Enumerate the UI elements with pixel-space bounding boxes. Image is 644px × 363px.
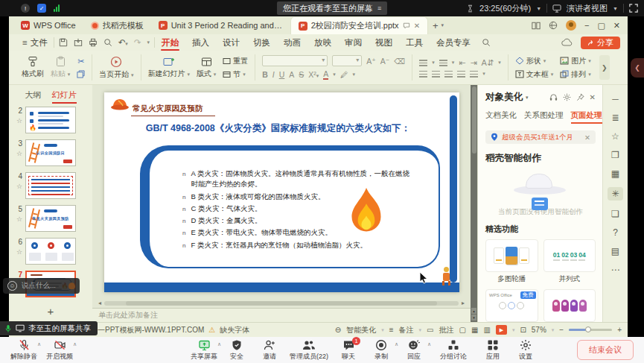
slide-heading[interactable]: GB/T 4968-2008《火灾分类》国家标准新规定的六类火灾如下：: [127, 122, 430, 135]
search-icon[interactable]: [482, 38, 491, 47]
emoji-icon[interactable]: ☺: [7, 281, 17, 291]
gift-activity-icon[interactable]: ▤: [611, 246, 619, 256]
headset-icon[interactable]: [549, 93, 558, 101]
zoom-slider[interactable]: [569, 329, 612, 331]
underline-button[interactable]: U: [279, 70, 285, 79]
scroll-left-icon[interactable]: ◂: [98, 300, 101, 306]
pane-title[interactable]: 对象美化: [485, 91, 523, 104]
smart-beautify-label[interactable]: 智能美化: [346, 325, 376, 335]
star-icon[interactable]: ☆: [16, 150, 22, 157]
normal-view-icon[interactable]: ▢: [459, 326, 466, 334]
meeting-info-icon[interactable]: !: [21, 4, 30, 13]
quickbar-more-icon[interactable]: ▾: [147, 40, 150, 45]
print-icon[interactable]: [89, 38, 98, 47]
end-meeting-button[interactable]: 结束会议: [577, 340, 634, 360]
increase-font-button[interactable]: A⁺: [366, 57, 376, 66]
chat-button[interactable]: 聊天 1: [332, 339, 365, 362]
slide-title[interactable]: 常见火灾原因及预防: [131, 104, 215, 116]
strikethrough-button[interactable]: S: [299, 70, 304, 79]
new-slide-button[interactable]: 新建幻灯片 ▾: [148, 57, 190, 79]
collapse-pane-icon[interactable]: ─: [612, 94, 619, 104]
reset-slide-button[interactable]: 重置: [223, 56, 248, 66]
invite-button[interactable]: 邀请: [253, 339, 286, 362]
ribbon-expand-button[interactable]: ❯: [599, 55, 610, 80]
ribbon-tab-view[interactable]: 视图: [369, 34, 399, 51]
star-icon[interactable]: ☆: [16, 117, 22, 124]
character-spacing-button[interactable]: A: [289, 70, 294, 79]
reading-view-icon[interactable]: ▥: [483, 326, 490, 334]
star-icon[interactable]: ☆: [16, 215, 22, 223]
superscript-button[interactable]: X²▾: [308, 70, 319, 79]
align-right-icon[interactable]: [444, 71, 453, 78]
cut-icon[interactable]: ✂: [77, 57, 84, 66]
security-button[interactable]: 安全: [220, 339, 253, 362]
ribbon-tab-transition[interactable]: 切换: [246, 34, 277, 51]
decrease-indent-icon[interactable]: ⇤: [459, 58, 465, 68]
tab-docer-templates[interactable]: 找稻壳模板: [83, 16, 151, 34]
current-slide[interactable]: 常见火灾原因及预防 GB/T 4968-2008《火灾分类》国家标准新规定的六类…: [104, 92, 459, 292]
numbered-list-icon[interactable]: [439, 60, 447, 66]
favorites-star-icon[interactable]: ☆: [611, 131, 619, 142]
beautify-tools-icon[interactable]: ✳: [608, 187, 622, 201]
pin-icon[interactable]: [576, 93, 584, 101]
comment-bubble-icon[interactable]: [403, 22, 410, 29]
tab-list-chevron-icon[interactable]: ▾: [441, 22, 444, 28]
increase-indent-icon[interactable]: ⇥: [470, 58, 476, 68]
expand-video-panel-handle[interactable]: ❮: [631, 58, 644, 78]
record-button[interactable]: 录制 ∧: [365, 339, 398, 362]
pane-tab-diagram[interactable]: 关系图处理: [524, 110, 564, 124]
font-color-button[interactable]: A: [323, 69, 328, 80]
decrease-font-button[interactable]: A⁻: [380, 57, 390, 66]
copy-icon[interactable]: [77, 70, 85, 78]
notes-toggle-label[interactable]: 备注: [399, 325, 414, 335]
undo-icon[interactable]: ↶▾: [118, 37, 128, 48]
reactions-button[interactable]: 回应 ∧: [398, 339, 430, 362]
ribbon-tab-animation[interactable]: 动画: [277, 34, 307, 51]
meeting-security-shield-icon[interactable]: ✓: [37, 4, 46, 13]
featured-card-parallel[interactable]: 01 02 03 04 并列式: [543, 239, 596, 284]
chat-input-placeholder[interactable]: 说点什么...: [22, 281, 56, 291]
restore-window-icon[interactable]: ▢: [597, 21, 605, 31]
hscroll-thumb[interactable]: [126, 301, 438, 306]
tab-wps-home[interactable]: W WPS Office: [13, 16, 83, 34]
format-painter-button[interactable]: 格式刷: [22, 56, 44, 79]
fullscreen-icon[interactable]: [629, 4, 638, 13]
text-direction-icon[interactable]: A⇵: [482, 58, 494, 68]
arrange-button[interactable]: 排列 ▾: [560, 69, 591, 80]
play-from-current-button[interactable]: 当页开始 ▾: [99, 56, 133, 80]
ribbon-tab-tools[interactable]: 工具: [399, 34, 430, 51]
picture-button[interactable]: 图片 ▾: [560, 56, 591, 66]
notes-bar[interactable]: 单击此处添加备注: [92, 308, 471, 322]
justify-icon[interactable]: [457, 71, 465, 78]
bold-button[interactable]: B: [262, 70, 268, 79]
copy-pages-icon[interactable]: ❐: [611, 150, 619, 160]
highlight-color-button[interactable]: 🖉: [340, 70, 348, 79]
file-menu-button[interactable]: ≡ 文件: [16, 37, 54, 48]
star-icon[interactable]: ☆: [16, 248, 22, 256]
meeting-chat-overlay[interactable]: ☺ 说点什么...: [3, 278, 80, 294]
minimize-window-icon[interactable]: −: [584, 21, 589, 30]
ribbon-tab-insert[interactable]: 插入: [185, 34, 216, 51]
tab-unit3-pptx[interactable]: P Unit 3 Period 2 Reading and Thi: [151, 16, 290, 34]
new-tab-button[interactable]: +: [433, 20, 439, 31]
add-slide-button[interactable]: +: [9, 305, 92, 318]
output-icon[interactable]: [74, 38, 83, 47]
more-icon[interactable]: ⋯: [611, 265, 620, 275]
save-icon[interactable]: [59, 38, 68, 47]
zoom-percent[interactable]: 57%: [532, 326, 546, 334]
unmute-button[interactable]: 解除静音 ∧: [7, 339, 40, 362]
bullet-list-icon[interactable]: [419, 60, 427, 66]
manage-members-button[interactable]: 管理成员(22): [286, 339, 332, 362]
slide-thumb-4[interactable]: 4☆: [9, 172, 92, 199]
close-tab-icon[interactable]: ✕: [414, 22, 420, 30]
account-avatar[interactable]: [566, 20, 576, 31]
textbox-button[interactable]: 文本框 ▾: [515, 69, 554, 80]
ribbon-tab-home[interactable]: 开始: [155, 34, 185, 51]
align-left-icon[interactable]: [419, 71, 427, 78]
video-options-chevron-icon[interactable]: ∧: [73, 341, 77, 347]
chart-tool-icon[interactable]: ▦: [611, 168, 619, 179]
featured-card-free[interactable]: WPS Office 免费: [485, 289, 538, 322]
print-preview-icon[interactable]: [103, 38, 112, 47]
redo-icon[interactable]: ↷: [134, 37, 141, 48]
align-center-icon[interactable]: [432, 71, 440, 78]
